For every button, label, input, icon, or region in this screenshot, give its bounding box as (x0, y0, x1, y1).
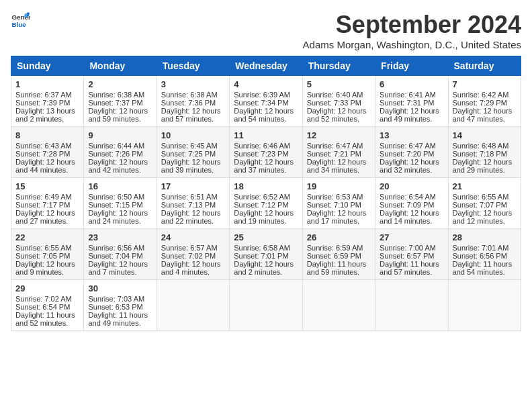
week-row-1: 1Sunrise: 6:37 AMSunset: 7:39 PMDaylight… (11, 76, 521, 127)
day-number: 19 (307, 181, 371, 191)
sunrise-text: Sunrise: 6:56 AM (88, 244, 152, 252)
daylight-text: Daylight: 12 hours and 57 minutes. (161, 107, 225, 123)
page-header: General Blue September 2024 Adams Morgan… (11, 11, 521, 50)
sunrise-text: Sunrise: 6:58 AM (234, 244, 298, 252)
sunrise-text: Sunrise: 6:59 AM (307, 244, 371, 252)
header-day-sunday: Sunday (11, 56, 84, 76)
sunrise-text: Sunrise: 6:39 AM (234, 91, 298, 99)
day-number: 12 (307, 130, 371, 140)
daylight-text: Daylight: 12 hours and 34 minutes. (307, 158, 371, 174)
calendar-cell: 3Sunrise: 6:38 AMSunset: 7:36 PMDaylight… (157, 76, 229, 127)
day-number: 26 (307, 232, 371, 242)
svg-text:Blue: Blue (11, 21, 26, 28)
sunrise-text: Sunrise: 6:49 AM (15, 193, 79, 201)
daylight-text: Daylight: 12 hours and 42 minutes. (88, 158, 152, 174)
calendar-cell: 26Sunrise: 6:59 AMSunset: 6:59 PMDayligh… (302, 229, 375, 280)
sunset-text: Sunset: 6:56 PM (453, 252, 517, 260)
calendar-body: 1Sunrise: 6:37 AMSunset: 7:39 PMDaylight… (11, 76, 521, 331)
sunset-text: Sunset: 7:23 PM (234, 150, 298, 158)
calendar-cell (448, 280, 521, 331)
sunset-text: Sunset: 7:33 PM (307, 99, 371, 107)
sunrise-text: Sunrise: 6:47 AM (307, 142, 371, 150)
day-number: 3 (161, 79, 225, 89)
sunset-text: Sunset: 7:01 PM (234, 252, 298, 260)
day-number: 29 (15, 283, 79, 293)
sunset-text: Sunset: 7:34 PM (234, 99, 298, 107)
day-number: 8 (15, 130, 79, 140)
daylight-text: Daylight: 12 hours and 49 minutes. (380, 107, 443, 123)
calendar-cell: 7Sunrise: 6:42 AMSunset: 7:29 PMDaylight… (448, 76, 521, 127)
sunrise-text: Sunrise: 7:01 AM (453, 244, 517, 252)
sunset-text: Sunset: 7:10 PM (307, 201, 371, 209)
calendar-cell: 20Sunrise: 6:54 AMSunset: 7:09 PMDayligh… (375, 178, 448, 229)
day-number: 9 (88, 130, 152, 140)
day-number: 7 (453, 79, 517, 89)
calendar-cell (375, 280, 448, 331)
day-number: 14 (453, 130, 517, 140)
daylight-text: Daylight: 12 hours and 54 minutes. (234, 107, 298, 123)
calendar-cell: 5Sunrise: 6:40 AMSunset: 7:33 PMDaylight… (302, 76, 375, 127)
sunrise-text: Sunrise: 6:42 AM (453, 91, 517, 99)
sunrise-text: Sunrise: 6:46 AM (234, 142, 298, 150)
sunset-text: Sunset: 7:12 PM (234, 201, 298, 209)
sunset-text: Sunset: 7:20 PM (380, 150, 443, 158)
sunset-text: Sunset: 7:25 PM (161, 150, 225, 158)
header-day-saturday: Saturday (448, 56, 521, 76)
day-number: 30 (88, 283, 152, 293)
sunrise-text: Sunrise: 6:51 AM (161, 193, 225, 201)
sunrise-text: Sunrise: 7:02 AM (15, 295, 79, 303)
header-day-tuesday: Tuesday (157, 56, 229, 76)
daylight-text: Daylight: 12 hours and 14 minutes. (380, 209, 443, 225)
day-number: 20 (380, 181, 443, 191)
daylight-text: Daylight: 12 hours and 12 minutes. (453, 209, 517, 225)
sunrise-text: Sunrise: 6:54 AM (380, 193, 443, 201)
calendar-cell: 9Sunrise: 6:44 AMSunset: 7:26 PMDaylight… (84, 127, 157, 178)
sunrise-text: Sunrise: 7:03 AM (88, 295, 152, 303)
sunrise-text: Sunrise: 6:37 AM (15, 91, 79, 99)
daylight-text: Daylight: 11 hours and 59 minutes. (307, 260, 371, 276)
sunrise-text: Sunrise: 6:47 AM (380, 142, 443, 150)
week-row-5: 29Sunrise: 7:02 AMSunset: 6:54 PMDayligh… (11, 280, 521, 331)
sunset-text: Sunset: 7:18 PM (453, 150, 517, 158)
daylight-text: Daylight: 12 hours and 52 minutes. (307, 107, 371, 123)
day-number: 1 (15, 79, 79, 89)
month-title: September 2024 (303, 11, 521, 39)
week-row-4: 22Sunrise: 6:55 AMSunset: 7:05 PMDayligh… (11, 229, 521, 280)
daylight-text: Daylight: 12 hours and 44 minutes. (15, 158, 79, 174)
calendar-cell: 18Sunrise: 6:52 AMSunset: 7:12 PMDayligh… (230, 178, 302, 229)
calendar-cell (230, 280, 302, 331)
daylight-text: Daylight: 12 hours and 17 minutes. (307, 209, 371, 225)
calendar-header: SundayMondayTuesdayWednesdayThursdayFrid… (11, 56, 521, 76)
day-number: 11 (234, 130, 298, 140)
header-day-monday: Monday (84, 56, 157, 76)
calendar-cell: 15Sunrise: 6:49 AMSunset: 7:17 PMDayligh… (11, 178, 84, 229)
calendar-cell: 17Sunrise: 6:51 AMSunset: 7:13 PMDayligh… (157, 178, 229, 229)
sunrise-text: Sunrise: 6:43 AM (15, 142, 79, 150)
sunrise-text: Sunrise: 6:52 AM (234, 193, 298, 201)
daylight-text: Daylight: 12 hours and 24 minutes. (88, 209, 152, 225)
day-number: 18 (234, 181, 298, 191)
day-number: 5 (307, 79, 371, 89)
calendar-cell: 16Sunrise: 6:50 AMSunset: 7:15 PMDayligh… (84, 178, 157, 229)
sunset-text: Sunset: 7:26 PM (88, 150, 152, 158)
sunset-text: Sunset: 7:37 PM (88, 99, 152, 107)
calendar-cell: 23Sunrise: 6:56 AMSunset: 7:04 PMDayligh… (84, 229, 157, 280)
calendar-cell: 13Sunrise: 6:47 AMSunset: 7:20 PMDayligh… (375, 127, 448, 178)
sunrise-text: Sunrise: 6:44 AM (88, 142, 152, 150)
calendar-cell: 2Sunrise: 6:38 AMSunset: 7:37 PMDaylight… (84, 76, 157, 127)
day-number: 24 (161, 232, 225, 242)
day-number: 4 (234, 79, 298, 89)
sunset-text: Sunset: 7:36 PM (161, 99, 225, 107)
sunset-text: Sunset: 6:59 PM (307, 252, 371, 260)
day-number: 2 (88, 79, 152, 89)
day-number: 16 (88, 181, 152, 191)
daylight-text: Daylight: 12 hours and 27 minutes. (15, 209, 79, 225)
sunrise-text: Sunrise: 6:38 AM (88, 91, 152, 99)
calendar-cell: 30Sunrise: 7:03 AMSunset: 6:53 PMDayligh… (84, 280, 157, 331)
sunrise-text: Sunrise: 6:55 AM (453, 193, 517, 201)
calendar-cell: 11Sunrise: 6:46 AMSunset: 7:23 PMDayligh… (230, 127, 302, 178)
daylight-text: Daylight: 12 hours and 59 minutes. (88, 107, 152, 123)
day-number: 13 (380, 130, 443, 140)
day-number: 25 (234, 232, 298, 242)
calendar-cell: 29Sunrise: 7:02 AMSunset: 6:54 PMDayligh… (11, 280, 84, 331)
